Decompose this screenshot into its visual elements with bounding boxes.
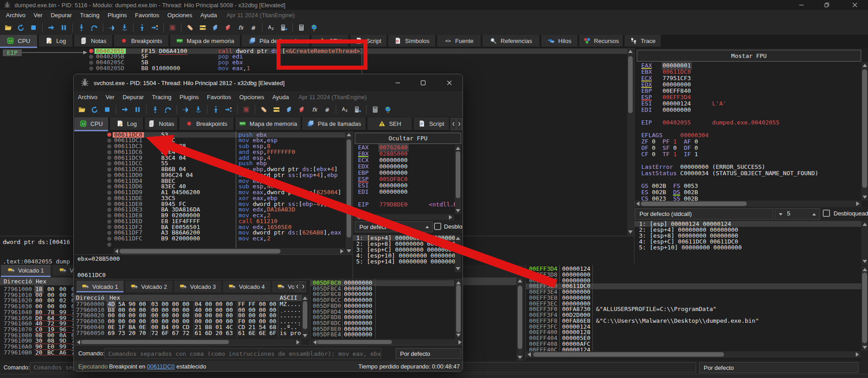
- main-registers-vscrollbar[interactable]: [861, 62, 868, 201]
- main-fpu-toggle-button[interactable]: Mostar FPU: [637, 50, 861, 62]
- main-registers-hscrollbar[interactable]: [634, 201, 861, 207]
- main-dump-vscrollbar-up[interactable]: [518, 279, 522, 282]
- child-unlock-checkbox[interactable]: [434, 223, 441, 230]
- main-tab-hilos[interactable]: Hilos: [541, 35, 577, 47]
- main-toolbar-patch-button[interactable]: [186, 23, 195, 32]
- child-registers-hscrollbar-right[interactable]: [449, 215, 452, 220]
- main-close-button[interactable]: [844, 0, 865, 10]
- bullet-dot[interactable]: [107, 167, 111, 172]
- child-dump-hscrollbar-handle[interactable]: [81, 340, 229, 344]
- child-stack-vscrollbar-down[interactable]: [456, 334, 461, 337]
- main-stack-vscrollbar-up[interactable]: [863, 268, 867, 271]
- main-toolbar-execute-return-button[interactable]: [138, 23, 147, 32]
- bullet-dot[interactable]: [107, 225, 111, 229]
- main-disasm-vscrollbar-up[interactable]: [628, 50, 633, 53]
- child-tab-log[interactable]: Log: [110, 117, 143, 130]
- child-dump-tab-scroll-left[interactable]: [295, 281, 300, 292]
- main-disasm-vscrollbar-handle[interactable]: [628, 56, 633, 113]
- main-registers-hscrollbar-left[interactable]: [636, 201, 639, 206]
- main-toolbar-open-folder-button[interactable]: [4, 23, 13, 32]
- main-stack-hscrollbar-right[interactable]: [856, 352, 859, 357]
- bullet-dot[interactable]: [107, 237, 111, 241]
- child-menu-ver[interactable]: Ver: [101, 92, 119, 102]
- main-arg-row[interactable]: 5: [esp+10] 00000000 00000000: [639, 244, 742, 250]
- main-menu-ver[interactable]: Ver: [29, 10, 47, 20]
- bullet-dot[interactable]: [107, 191, 111, 195]
- spinner-down[interactable]: [397, 226, 401, 228]
- child-disasm-vscrollbar-handle[interactable]: [347, 139, 351, 238]
- child-dump-hscrollbar[interactable]: [75, 339, 301, 345]
- main-toolbar-run-button[interactable]: [47, 23, 56, 32]
- main-toolbar-tags-blue-button[interactable]: [211, 23, 220, 32]
- main-dump-vscrollbar[interactable]: [517, 278, 523, 361]
- child-stack-vscrollbar-handle[interactable]: [456, 285, 461, 333]
- main-tab-trace[interactable]: Trace: [625, 35, 661, 47]
- status-breakpoint-link[interactable]: 00611DC0: [147, 363, 175, 370]
- main-toolbar-tags-red-button[interactable]: [224, 23, 233, 32]
- main-tab-log[interactable]: Log: [39, 35, 72, 47]
- main-maximize-button[interactable]: [816, 0, 837, 10]
- child-toolbar-calculator-button[interactable]: [371, 105, 380, 114]
- bullet-dot[interactable]: [107, 185, 111, 189]
- child-args-vscrollbar-down[interactable]: [456, 267, 460, 270]
- child-dump-vscrollbar-handle[interactable]: [303, 301, 307, 329]
- main-toolbar-step-into-trace-button[interactable]: [120, 23, 129, 32]
- child-toolbar-open-folder-button[interactable]: [77, 105, 86, 114]
- main-toolbar-run-user-code-button[interactable]: [150, 23, 159, 32]
- child-disasm-row[interactable]: 00611DFCB9 02000000mov ecx,2: [74, 236, 345, 242]
- main-menu-depurar[interactable]: Depurar: [47, 10, 76, 20]
- child-disasm-vscrollbar[interactable]: [346, 131, 352, 254]
- main-tab-breakpoints[interactable]: Breakpoints: [114, 35, 168, 47]
- main-disasm-vscrollbar-down[interactable]: [628, 230, 633, 234]
- child-dump-tab-5[interactable]: Volcado 5: [272, 281, 294, 292]
- child-fpu-toggle-button[interactable]: Ocultar FPU: [355, 133, 461, 144]
- main-minimize-button[interactable]: [791, 0, 812, 10]
- child-dump-hscrollbar-left[interactable]: [77, 340, 80, 345]
- child-dump-hscrollbar-right[interactable]: [296, 340, 300, 345]
- child-disasm-hscrollbar[interactable]: [113, 248, 345, 254]
- child-menu-opciones[interactable]: Opciones: [235, 92, 268, 102]
- main-args-vscrollbar[interactable]: [861, 221, 868, 265]
- child-menu-favoritos[interactable]: Favoritos: [203, 92, 235, 102]
- child-toolbar-execute-return-button[interactable]: [211, 105, 220, 114]
- main-args-vscrollbar-up[interactable]: [863, 223, 867, 226]
- child-tab-notas[interactable]: Notas: [145, 117, 177, 130]
- child-disasm-hscrollbar-handle[interactable]: [119, 249, 281, 254]
- bullet-dot[interactable]: [107, 150, 111, 154]
- child-toolbar-run-user-code-button[interactable]: [224, 105, 233, 114]
- child-toolbar-step-into-button[interactable]: [151, 105, 160, 114]
- child-tab-seh[interactable]: !SEH: [367, 117, 412, 130]
- child-stack-hscrollbar-left[interactable]: [313, 340, 316, 345]
- child-stack-vscrollbar-up[interactable]: [456, 281, 461, 284]
- bullet-dot[interactable]: [107, 231, 111, 235]
- main-toolbar-assemble-button[interactable]: [279, 23, 288, 32]
- main-tab-seh[interactable]: !SEH: [311, 35, 348, 47]
- child-command-input[interactable]: Comandos separados con coma (como instru…: [105, 348, 381, 359]
- spinner-down[interactable]: [779, 213, 782, 215]
- main-menu-ayuda[interactable]: Ayuda: [196, 10, 221, 20]
- bullet-dot[interactable]: [107, 220, 111, 224]
- child-disasm-hscrollbar-left[interactable]: [115, 249, 118, 254]
- main-toolbar-globe-button[interactable]: [310, 23, 319, 32]
- main-toolbar-stop-button[interactable]: [29, 23, 38, 32]
- child-stack-vscrollbar[interactable]: [455, 279, 462, 339]
- child-maximize-button[interactable]: [413, 74, 434, 91]
- child-arg-row[interactable]: 5: [esp+14] 00000000 0000000: [356, 258, 455, 264]
- child-args-vscrollbar-up[interactable]: [456, 237, 460, 240]
- bullet-dot[interactable]: [107, 214, 111, 218]
- main-disasm-row[interactable]: 00402055FF15 D06A4100call dword ptr ds:[…: [0, 48, 627, 54]
- child-tab-breakpoints[interactable]: Breakpoints: [179, 117, 234, 130]
- main-menu-archivo[interactable]: Archivo: [2, 10, 29, 20]
- main-tab-script[interactable]: Script: [350, 35, 386, 47]
- child-registers-vscrollbar-down[interactable]: [456, 209, 460, 212]
- main-unlock-checkbox[interactable]: [823, 210, 830, 217]
- main-tab-recursos[interactable]: Recursos: [579, 35, 623, 47]
- child-menu-ayuda[interactable]: Ayuda: [268, 92, 293, 102]
- child-toolbar-pause-button[interactable]: [133, 105, 142, 114]
- bullet-dot[interactable]: [107, 162, 111, 166]
- child-disasm-vscrollbar-down[interactable]: [347, 249, 351, 253]
- child-toolbar-trace-over-button[interactable]: [181, 105, 190, 114]
- child-tab-piladellamadas[interactable]: Pila de llamadas: [302, 117, 366, 130]
- main-tab-fuente[interactable]: <>Fuente: [437, 35, 481, 47]
- main-toolbar-fx-button[interactable]: fx: [236, 23, 245, 32]
